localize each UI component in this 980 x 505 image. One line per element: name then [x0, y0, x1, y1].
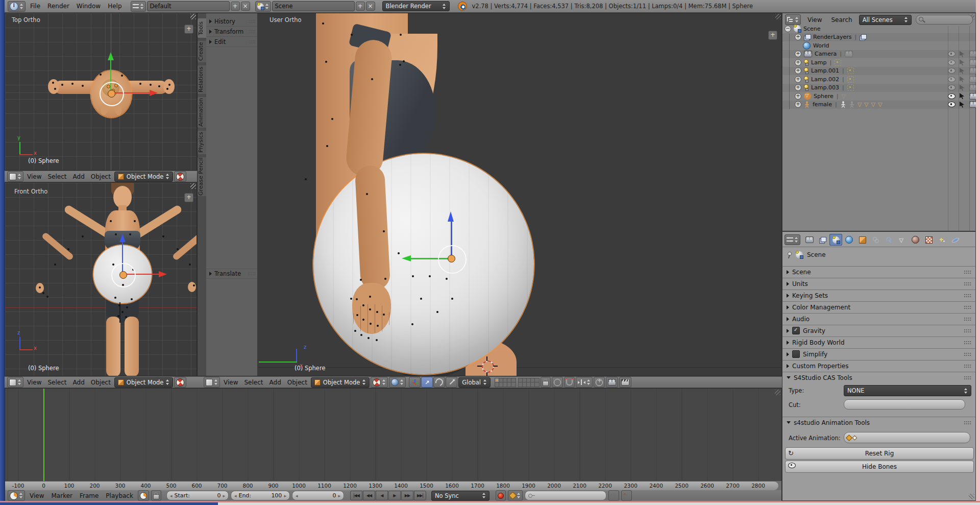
increment-arrow-icon[interactable]: ▸ [338, 493, 340, 498]
panel-gravity[interactable]: Gravity [782, 325, 975, 336]
tab-world[interactable] [843, 234, 855, 246]
manipulator-toggle-button[interactable] [409, 377, 421, 388]
panel-grip[interactable] [964, 317, 971, 321]
tab-physics[interactable] [949, 234, 962, 246]
panel-color-management[interactable]: Color Management [782, 301, 975, 312]
selectability-cursor-icon[interactable] [960, 85, 964, 91]
opengl-render-anim-button[interactable] [619, 377, 631, 388]
shelf-tab-physics[interactable]: Physics [198, 131, 206, 154]
mode-selector[interactable]: Object Mode [114, 172, 173, 182]
panel-grip[interactable] [248, 30, 256, 34]
panel-scene[interactable]: Scene [782, 266, 975, 277]
editor-type-button[interactable] [204, 377, 220, 388]
shelf-tab-animation[interactable]: Animation [198, 97, 206, 128]
menu-render[interactable]: Render [45, 3, 72, 10]
editor-type-button[interactable] [8, 490, 25, 501]
panel-grip[interactable] [964, 352, 971, 356]
cas-type-selector[interactable]: NONE [844, 385, 971, 396]
visibility-eye-icon[interactable] [948, 77, 955, 82]
panel-grip[interactable] [964, 282, 971, 286]
region-expand-button[interactable] [184, 193, 193, 202]
visibility-eye-icon[interactable] [948, 51, 955, 57]
menu-file[interactable]: File [28, 3, 43, 10]
panel-grip[interactable] [964, 294, 971, 298]
menu-view[interactable]: View [221, 379, 240, 386]
decrement-arrow-icon[interactable]: ◂ [296, 493, 298, 498]
corner-resize-grip[interactable] [969, 494, 974, 499]
viewport-shading-button[interactable] [174, 377, 186, 388]
tab-render-layers[interactable] [816, 234, 829, 246]
outliner-row-female[interactable]: female | [782, 101, 980, 109]
selectability-cursor-icon[interactable] [960, 59, 964, 65]
next-keyframe-button[interactable]: ▶▶ [401, 491, 413, 500]
panel-grip[interactable] [964, 364, 971, 368]
panel-grip[interactable] [964, 305, 971, 309]
menu-view[interactable]: View [24, 379, 44, 386]
delete-scene-button[interactable] [366, 2, 375, 11]
panel-grip[interactable] [964, 270, 971, 274]
panel-keying-sets[interactable]: Keying Sets [782, 290, 975, 301]
viewport-top-ortho[interactable]: y x Top Ortho (0) Sphere [5, 13, 197, 171]
active-keying-set-field[interactable] [525, 491, 606, 500]
layers-widget-2[interactable] [518, 378, 540, 387]
tab-particles[interactable] [936, 234, 948, 246]
start-frame-field[interactable]: ◂ Start: 0 ▸ [166, 491, 229, 500]
menu-add[interactable]: Add [267, 379, 284, 386]
end-frame-field[interactable]: ◂ End: 100 ▸ [231, 491, 290, 500]
scene-icon-button[interactable] [255, 1, 271, 12]
play-button[interactable]: ▶ [388, 491, 401, 500]
menu-add[interactable]: Add [70, 379, 87, 386]
panel-grip[interactable] [248, 40, 256, 44]
outliner-row-lamp-001[interactable]: Lamp.001 | [782, 67, 980, 76]
increment-arrow-icon[interactable]: ▸ [223, 493, 225, 498]
expand-icon[interactable] [795, 59, 801, 66]
panel-units[interactable]: Units [782, 278, 975, 289]
outliner-search-field[interactable] [916, 15, 973, 25]
viewport-shading-button[interactable] [174, 171, 186, 182]
selectability-cursor-icon[interactable] [960, 51, 964, 57]
menu-playback[interactable]: Playback [103, 492, 136, 499]
menu-window[interactable]: Window [74, 3, 103, 10]
shelf-tab-tools[interactable]: Tools [198, 18, 206, 38]
expand-icon[interactable] [795, 34, 801, 40]
lock-range-button[interactable] [151, 490, 161, 501]
selectability-cursor-icon[interactable] [960, 93, 964, 99]
outliner-row-sphere[interactable]: Sphere | [782, 92, 980, 101]
sync-mode-selector[interactable]: No Sync [431, 491, 489, 501]
expand-icon[interactable] [795, 51, 801, 57]
scale-manipulator-button[interactable] [446, 377, 457, 388]
pivot-point-button[interactable] [389, 377, 406, 388]
viewport-shading-button[interactable] [371, 377, 388, 388]
corner-resize-grip[interactable] [775, 14, 781, 19]
gravity-checkbox[interactable] [792, 327, 800, 334]
visibility-eye-icon[interactable] [948, 60, 955, 65]
panel-s4studio-animation-tools[interactable]: s4studio Animation Tools [782, 417, 975, 428]
collapse-icon[interactable] [785, 26, 791, 32]
rotate-manipulator-button[interactable] [433, 377, 445, 388]
editor-type-button[interactable] [7, 377, 23, 388]
region-expand-button[interactable] [768, 31, 777, 40]
menu-view[interactable]: View [27, 492, 46, 499]
outliner-row-lamp-002[interactable]: Lamp.002 | [782, 75, 980, 84]
proportional-edit-button[interactable] [552, 377, 563, 388]
insert-keyframes-button[interactable] [608, 490, 619, 501]
expand-icon[interactable] [795, 93, 801, 100]
visibility-eye-icon[interactable] [948, 85, 955, 90]
play-reverse-button[interactable]: ◀ [376, 491, 388, 500]
decrement-arrow-icon[interactable]: ◂ [234, 493, 237, 498]
menu-select[interactable]: Select [45, 173, 69, 180]
auto-keyframe-button[interactable] [496, 490, 506, 501]
add-layout-button[interactable] [231, 2, 240, 11]
outliner-row-world[interactable]: World [782, 41, 980, 50]
corner-resize-grip[interactable] [190, 14, 196, 19]
visibility-eye-icon[interactable] [948, 102, 955, 107]
menu-select[interactable]: Select [241, 379, 265, 386]
panel-grip[interactable] [964, 341, 971, 345]
tab-object[interactable] [856, 234, 869, 246]
viewport-front-ortho[interactable]: z x Front Ortho (0) Sphere [5, 182, 197, 376]
menu-object[interactable]: Object [285, 379, 310, 386]
delete-keyframes-button[interactable] [621, 490, 632, 501]
outliner-row-lamp[interactable]: Lamp | [782, 58, 980, 67]
render-engine-selector[interactable]: Blender Render [382, 1, 450, 11]
translate-manipulator-button[interactable] [421, 377, 433, 388]
